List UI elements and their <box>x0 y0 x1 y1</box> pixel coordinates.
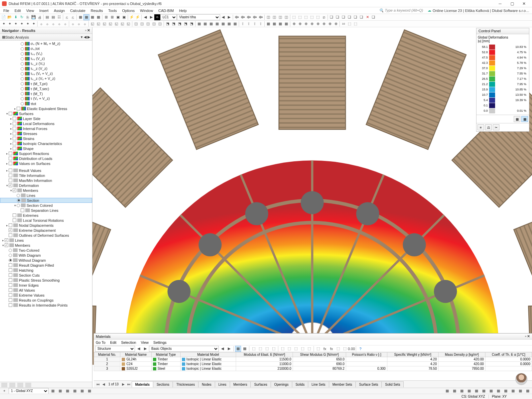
doc1-icon[interactable]: ▤ <box>44 14 50 20</box>
table-header[interactable]: Poisson's Ratio ν [-] <box>346 352 387 357</box>
mt7-icon[interactable]: ⬚ <box>280 346 286 352</box>
h6-icon[interactable]: ◱ <box>119 21 125 27</box>
tree-node[interactable]: τₓᵧ (Vᵧ) <box>0 51 92 56</box>
c6-icon[interactable]: ⎚ <box>321 14 327 20</box>
tree-node[interactable]: Hatching <box>0 268 92 273</box>
bottom-tab[interactable]: Sections <box>153 381 173 387</box>
d7-icon[interactable]: ✕ <box>364 14 370 20</box>
mt17-icon[interactable]: 0.00 <box>348 346 354 352</box>
view2-icon[interactable]: ▦ <box>83 14 89 20</box>
loadcase-code-select[interactable]: LC1 <box>160 14 177 20</box>
tab-last-icon[interactable]: ⏭ <box>126 382 132 386</box>
menu-calculate[interactable]: Calculate <box>67 8 88 13</box>
c1-icon[interactable]: ⬚ <box>291 14 297 20</box>
table-header[interactable]: Mass Density ρ [kg/m³] <box>438 352 485 357</box>
l3-icon[interactable]: ⟟ <box>252 21 258 27</box>
mat-nav-prev-icon[interactable]: ◀ <box>136 346 142 352</box>
undo-icon[interactable]: ⎌ <box>64 14 70 20</box>
menu-file[interactable]: File <box>1 8 12 13</box>
sb6-icon[interactable]: ▦ <box>86 388 92 394</box>
mat-menu-goto[interactable]: Go To <box>96 340 105 344</box>
b1-icon[interactable]: ◫ <box>265 14 271 20</box>
menu-edit[interactable]: Edit <box>12 8 24 13</box>
tree-node[interactable]: τ (M_T,sec) <box>0 86 92 91</box>
tree-node[interactable]: Extreme Values <box>0 293 92 298</box>
e3-icon[interactable]: ✦ <box>13 21 19 27</box>
maximize-button[interactable]: ▢ <box>506 0 518 7</box>
h7-icon[interactable]: ◱ <box>125 21 131 27</box>
e2-icon[interactable]: ✦ <box>7 21 13 27</box>
tree-node[interactable]: τtot <box>0 101 92 106</box>
j2-icon[interactable]: ⬔ <box>171 21 177 27</box>
menu-window[interactable]: Window <box>137 8 156 13</box>
sb-cs-icon[interactable]: ⌖ <box>1 388 7 394</box>
navigator-tree[interactable]: σₓ (N + Mᵧ + M_z)σₓ,totτₓᵧ (Vᵧ)τₓᵧ (V_z)… <box>0 41 92 382</box>
d3-icon[interactable]: ❏ <box>340 14 346 20</box>
mat-nav2-next-icon[interactable]: ▶ <box>226 346 232 352</box>
mt2-icon[interactable]: ▦ <box>242 346 248 352</box>
mt3-icon[interactable]: ⬚ <box>251 346 257 352</box>
e1-icon[interactable]: ✦ <box>1 21 7 27</box>
save-icon[interactable]: 💾 <box>31 14 37 20</box>
j5-icon[interactable]: ⬔ <box>189 21 195 27</box>
h3-icon[interactable]: ◱ <box>101 21 107 27</box>
materials-table[interactable]: Material No.Material NameMaterial TypeMa… <box>94 352 532 380</box>
tree-node[interactable]: Without Diagram <box>0 258 92 263</box>
bottom-tab[interactable]: Openings <box>271 381 292 387</box>
a2-icon[interactable]: ⟴ <box>240 14 246 20</box>
grid2-icon[interactable]: ⊞ <box>109 14 115 20</box>
cp-btn5-icon[interactable]: ✂ <box>493 124 499 130</box>
g1-icon[interactable]: ⟐ <box>70 21 76 27</box>
tree-node[interactable]: τₓᵧ (V_z) <box>0 56 92 61</box>
grid1-icon[interactable]: ⊞ <box>103 14 109 20</box>
mt6-icon[interactable]: ⬚ <box>271 346 277 352</box>
mat-basic-select[interactable]: Basic Objects <box>149 346 219 352</box>
badge-g-icon[interactable]: G <box>154 14 160 20</box>
navtab1-icon[interactable] <box>1 383 7 387</box>
tree-node[interactable]: ▸Shape <box>0 146 92 151</box>
tree-node[interactable]: Local Torsional Rotations <box>0 218 92 223</box>
calc-icon[interactable]: ⚡ <box>129 14 135 20</box>
sb3-icon[interactable]: ▦ <box>65 388 70 394</box>
tree-node[interactable]: σₓ (N + Mᵧ + M_z) <box>0 41 92 46</box>
mt8-icon[interactable]: ⬚ <box>286 346 292 352</box>
mt16-icon[interactable]: ⬚ <box>342 346 348 352</box>
e5-icon[interactable]: ✦ <box>25 21 31 27</box>
redo-icon[interactable]: ⎌ <box>70 14 76 20</box>
h4-icon[interactable]: ◱ <box>107 21 113 27</box>
b2-icon[interactable]: ◫ <box>271 14 277 20</box>
i1-icon[interactable]: ◫ <box>133 21 139 27</box>
i2-icon[interactable]: ◫ <box>139 21 145 27</box>
bottom-tab[interactable]: Member Sets <box>329 381 356 387</box>
keyword-search-hint[interactable]: 🔍 Type a keyword (Alt+Q) <box>376 8 426 13</box>
d4-icon[interactable]: ❏ <box>346 14 352 20</box>
tab-next-icon[interactable]: ▶ <box>121 382 126 386</box>
d2-icon[interactable]: ❏ <box>334 14 340 20</box>
table-header[interactable]: Material Name <box>120 352 152 357</box>
d5-icon[interactable]: ❏ <box>352 14 358 20</box>
tree-node[interactable]: τₓ_z (V_z) <box>0 66 92 71</box>
l4-icon[interactable]: ⟟ <box>258 21 264 27</box>
module1-icon[interactable]: ▣ <box>115 14 121 20</box>
mat-pin-icon[interactable]: ▫ <box>525 334 526 338</box>
tree-node[interactable]: Title Information <box>0 173 92 178</box>
tree-node[interactable]: ▸✓Lines <box>0 238 92 243</box>
tree-node[interactable]: ▸Values on Surfaces <box>0 161 92 166</box>
tab-first-icon[interactable]: ⏮ <box>95 382 101 386</box>
print-icon[interactable]: 🖨 <box>37 14 43 20</box>
sb16-icon[interactable]: ▦ <box>510 388 516 394</box>
table-header[interactable]: Coeff. of Th. E α [1/°C] <box>485 352 532 357</box>
tree-node[interactable]: ▾✓Deformation <box>0 183 92 188</box>
bottom-tab[interactable]: Thicknesses <box>173 381 199 387</box>
module2-icon[interactable]: ▣ <box>121 14 127 20</box>
table-header[interactable]: Material No. <box>94 352 120 357</box>
m1-icon[interactable]: ▦ <box>265 21 271 27</box>
mt9-icon[interactable]: ⬚ <box>293 346 299 352</box>
tree-node[interactable]: Section Cuts <box>0 273 92 278</box>
bottom-tab[interactable]: Lines <box>215 381 230 387</box>
doc2-icon[interactable]: ▤ <box>50 14 56 20</box>
h2-icon[interactable]: ◱ <box>95 21 101 27</box>
k4-icon[interactable]: ▦ <box>214 21 220 27</box>
tree-node[interactable]: ▾Surfaces <box>0 111 92 116</box>
d6-icon[interactable]: ❏ <box>358 14 364 20</box>
